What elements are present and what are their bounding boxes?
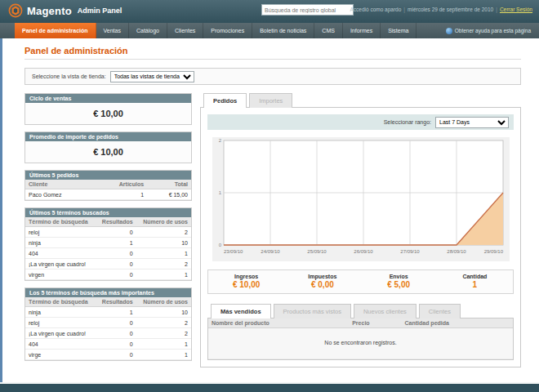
table-row[interactable]: ninja110 [25, 238, 191, 248]
last-orders-table: ClienteArtículosTotalPaco Gomez1€ 15,00 [25, 180, 191, 200]
last-search-terms-table: Término de búsquedaResultadosNúmero de u… [25, 217, 191, 280]
nav-item[interactable]: Boletín de noticias [252, 23, 314, 38]
total-cantidad: Cantidad1 [437, 270, 513, 293]
header-date: miércoles 29 de septiembre de 2010 [408, 7, 493, 12]
svg-text:27/09/10: 27/09/10 [400, 249, 420, 254]
top-search-terms-table: Término de búsquedaResultadosNúmero de u… [25, 297, 191, 360]
tab-importes[interactable]: Importes [249, 93, 292, 108]
column-header: Número de usos [136, 217, 191, 227]
top-search-terms-box: Los 5 términos de búsqueda más important… [24, 287, 192, 361]
help-icon [446, 28, 452, 34]
lifetime-sales-title: Ciclo de ventas [25, 94, 191, 103]
column-header: Cliente [25, 180, 93, 189]
column-header: Cantidad pedida [401, 318, 513, 328]
no-records-message: No se encontraron registros. [208, 328, 513, 359]
svg-text:23/09/10: 23/09/10 [224, 249, 243, 254]
last-orders-box: Últimos 5 pedidos ClienteArtículosTotalP… [24, 170, 192, 201]
average-orders-title: Promedio de importe de pedidos [25, 132, 191, 141]
column-header: Resultados [96, 297, 136, 307]
table-row[interactable]: ¡La virgen que cuadro!02 [25, 259, 191, 270]
lifetime-sales-box: Ciclo de ventas € 10,00 [24, 93, 192, 125]
nav-item[interactable]: Sistema [381, 23, 416, 38]
products-grid-panel: Nombre del productoPrecioCantidad pedida… [207, 318, 514, 360]
header: Magento Admin Panel Accedió como apardo|… [0, 0, 539, 23]
table-row[interactable]: ¡La virgen que cuadro!02 [25, 328, 191, 339]
main-nav: Panel de administraciónVentasCatálogoCli… [0, 23, 539, 38]
logo: Magento Admin Panel [8, 3, 122, 18]
column-header: Número de usos [136, 297, 191, 307]
logo-text: Magento [27, 5, 72, 17]
column-header: Término de búsqueda [25, 297, 96, 307]
range-select[interactable]: Last 7 Days [435, 117, 509, 128]
orders-chart: 01223/09/1024/09/1025/09/1026/09/1027/09… [212, 137, 510, 261]
store-view-selector: Seleccione la vista de tienda: Todas las… [24, 68, 521, 85]
range-label: Seleccionar rango: [384, 119, 431, 125]
page-help-link[interactable]: Obtener ayuda para esta página [446, 23, 531, 38]
nav-item[interactable]: CMS [314, 23, 343, 38]
svg-text:24/09/10: 24/09/10 [261, 249, 280, 254]
total-impuestos: Impuestos€ 0,00 [284, 270, 360, 293]
svg-text:29/09/10: 29/09/10 [483, 249, 503, 254]
header-user-info: Accedió como apardo|miércoles 29 de sept… [350, 7, 532, 12]
logged-in-as: Accedió como apardo [350, 7, 401, 12]
lifetime-sales-value: € 10,00 [25, 103, 191, 124]
column-header: Resultados [96, 217, 136, 227]
nav-item[interactable]: Promociones [203, 23, 252, 38]
totals-bar: Ingresos€ 10,00Impuestos€ 0,00Envíos€ 5,… [207, 270, 514, 294]
table-row[interactable]: reloj02 [25, 318, 191, 328]
magento-admin-dashboard: Magento Admin Panel Accedió como apardo|… [0, 0, 539, 392]
svg-text:26/09/10: 26/09/10 [354, 249, 373, 254]
svg-text:25/09/10: 25/09/10 [307, 249, 327, 254]
tab-clientes[interactable]: Clientes [419, 304, 461, 318]
total-envíos: Envíos€ 5,00 [361, 270, 437, 293]
table-row[interactable]: ninja110 [25, 307, 191, 318]
logout-link[interactable]: Cerrar Sesión [500, 7, 532, 12]
nav-item[interactable]: Ventas [96, 23, 129, 38]
footer-bar [0, 384, 539, 392]
last-orders-title: Últimos 5 pedidos [25, 171, 191, 180]
table-row[interactable]: virge01 [25, 350, 191, 360]
range-bar: Seleccionar rango: Last 7 Days [207, 114, 514, 130]
products-table: Nombre del productoPrecioCantidad pedida [208, 318, 513, 328]
total-ingresos: Ingresos€ 10,00 [208, 270, 284, 293]
nav-items: Panel de administraciónVentasCatálogoCli… [15, 23, 416, 38]
table-row[interactable]: 40401 [25, 248, 191, 259]
page-title: Panel de administración [24, 46, 521, 60]
grid-tabs: Más vendidosProductos más vistosNuevos c… [207, 304, 514, 318]
table-row[interactable]: reloj02 [25, 227, 191, 238]
store-view-label: Seleccione la vista de tienda: [32, 74, 106, 79]
svg-text:28/09/10: 28/09/10 [447, 249, 466, 254]
nav-item[interactable]: Informes [343, 23, 381, 38]
table-row[interactable]: virgen01 [25, 270, 191, 280]
tab-productos-m-s-vistos[interactable]: Productos más vistos [274, 304, 351, 318]
nav-item[interactable]: Panel de administración [15, 23, 96, 38]
average-orders-box: Promedio de importe de pedidos € 10,00 [24, 131, 192, 163]
last-search-terms-title: Últimos 5 términos buscados [25, 208, 191, 217]
column-header: Precio [349, 318, 401, 328]
column-header: Nombre del producto [208, 318, 349, 328]
average-orders-value: € 10,00 [25, 141, 191, 163]
top-search-terms-title: Los 5 términos de búsqueda más important… [25, 288, 191, 297]
chart-panel: Seleccionar rango: Last 7 Days 01223/09/… [200, 107, 521, 368]
table-row[interactable]: Paco Gomez1€ 15,00 [25, 189, 191, 200]
chart-tabs: PedidosImportes [200, 93, 521, 108]
content: Panel de administración Seleccione la vi… [0, 38, 539, 382]
global-search-input[interactable] [261, 4, 354, 16]
nav-item[interactable]: Clientes [167, 23, 203, 38]
column-header: Artículos [93, 180, 147, 189]
tab-nuevos-clientes[interactable]: Nuevos clientes [354, 304, 416, 318]
left-edge-strip [0, 38, 2, 382]
logo-suffix: Admin Panel [78, 7, 122, 15]
column-header: Término de búsqueda [25, 217, 96, 227]
tab-m-s-vendidos[interactable]: Más vendidos [211, 304, 271, 318]
help-label: Obtener ayuda para esta página [455, 28, 531, 33]
right-column: PedidosImportes Seleccionar rango: Last … [200, 93, 521, 368]
store-view-select[interactable]: Todas las vistas de tienda [110, 71, 194, 82]
nav-item[interactable]: Catálogo [129, 23, 167, 38]
tab-pedidos[interactable]: Pedidos [203, 93, 247, 108]
left-column: Ciclo de ventas € 10,00 Promedio de impo… [24, 93, 192, 368]
magento-logo-icon [8, 3, 23, 18]
column-header: Total [147, 180, 191, 189]
table-row[interactable]: 40401 [25, 339, 191, 350]
last-search-terms-box: Últimos 5 términos buscados Término de b… [24, 207, 192, 281]
